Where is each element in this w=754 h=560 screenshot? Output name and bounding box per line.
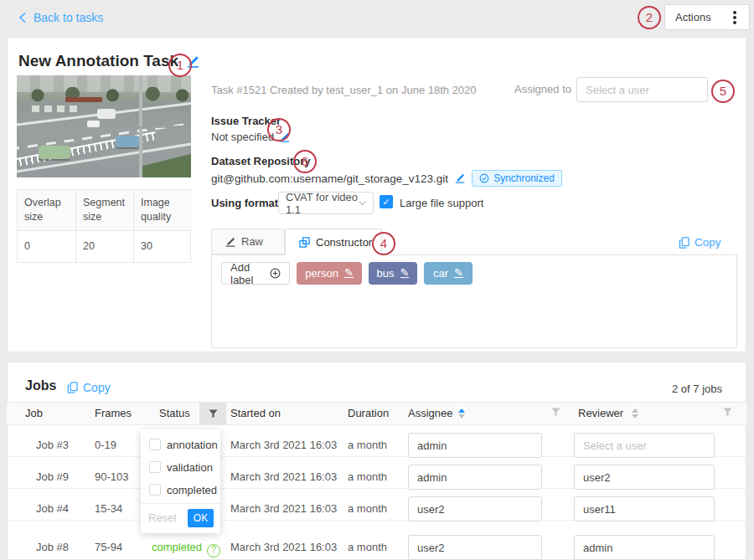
column-started-on[interactable]: Started on (230, 407, 281, 419)
jobs-copy-label: Copy (83, 381, 111, 394)
job-started: March 3rd 2021 16:03 (230, 470, 337, 483)
dropdown-divider (141, 503, 220, 504)
labels-panel (211, 254, 737, 348)
jobs-count: 2 of 7 jobs (628, 383, 722, 395)
preview-parked-cars (32, 105, 82, 112)
filter-checkbox-validation[interactable] (149, 461, 161, 473)
filter-option-completed[interactable]: completed (167, 484, 217, 496)
job-started: March 3rd 2021 16:03 (230, 541, 337, 553)
reviewer-filter-icon[interactable] (723, 408, 732, 417)
assignee-input[interactable] (408, 496, 542, 521)
label-bus-name: bus (377, 267, 395, 280)
filter-checkbox-annotation[interactable] (149, 439, 161, 450)
format-select[interactable]: CVAT for video 1.1 (278, 192, 374, 214)
task-title: New Annotation Task (18, 52, 178, 70)
job-started: March 3rd 2021 16:03 (230, 439, 337, 451)
column-status[interactable]: Status (159, 407, 190, 419)
param-header-overlap: Overlap size (18, 190, 76, 231)
chevron-left-icon (18, 12, 27, 23)
status-filter-dropdown: annotation validation completed Reset OK (141, 429, 220, 533)
label-chip-person[interactable]: person✎ (297, 262, 362, 285)
job-frames: 90-103 (95, 470, 128, 483)
filter-ok-button[interactable]: OK (188, 509, 214, 527)
preview-van-blue (116, 136, 139, 147)
edit-label-icon[interactable]: ✎ (400, 269, 410, 278)
labels-copy-link[interactable]: Copy (679, 236, 721, 249)
question-circle-icon: ? (207, 544, 220, 557)
reviewer-input[interactable] (574, 496, 715, 521)
param-value-quality: 30 (134, 231, 192, 263)
label-chip-car[interactable]: car✎ (424, 262, 473, 285)
assignee-filter-icon[interactable] (551, 408, 560, 417)
tab-raw[interactable]: Raw (211, 229, 285, 254)
assigned-to-input[interactable] (576, 77, 708, 102)
large-file-checkbox[interactable]: ✓ (380, 195, 393, 208)
job-frames: 15-34 (95, 502, 122, 515)
column-job[interactable]: Job (25, 407, 43, 419)
assignee-input[interactable] (408, 465, 542, 490)
job-link[interactable]: Job #9 (36, 470, 69, 483)
vertical-ellipsis-icon (733, 16, 736, 19)
task-params-table: Overlap size Segment size Image quality … (17, 189, 191, 263)
assignee-input[interactable] (408, 433, 542, 458)
issue-tracker-value: Not specified (211, 131, 274, 143)
actions-button[interactable]: Actions (664, 4, 750, 30)
job-duration: a month (348, 439, 387, 451)
tab-constructor[interactable]: Constructor (285, 229, 382, 255)
copy-icon (679, 237, 689, 249)
actions-label: Actions (675, 11, 711, 23)
large-file-label: Large file support (400, 197, 483, 209)
filter-option-annotation[interactable]: annotation (167, 439, 218, 451)
reviewer-input[interactable] (574, 433, 715, 458)
edit-repository-icon[interactable] (455, 173, 465, 183)
task-preview-image (17, 75, 191, 177)
jobs-title: Jobs (25, 378, 56, 393)
add-label-text: Add label (230, 261, 264, 286)
column-assignee[interactable]: Assignee (408, 407, 452, 419)
filter-option-validation[interactable]: validation (167, 461, 213, 474)
check-circle-icon (479, 173, 489, 183)
labels-copy-label: Copy (695, 236, 721, 249)
preview-hedge (140, 152, 191, 177)
filter-funnel-icon (209, 409, 218, 419)
status-filter-button[interactable] (199, 403, 226, 424)
job-frames: 75-94 (95, 541, 122, 553)
annotation-marker-1: 1 (168, 54, 192, 77)
annotation-marker-4: 4 (372, 232, 395, 255)
job-link[interactable]: Job #8 (36, 541, 69, 553)
annotation-marker-5: 5 (711, 80, 735, 103)
job-duration: a month (348, 502, 387, 515)
assignee-input[interactable] (408, 535, 542, 560)
reviewer-sort-icon[interactable] (632, 408, 638, 419)
filter-checkbox-completed[interactable] (149, 484, 161, 496)
column-frames[interactable]: Frames (95, 407, 132, 419)
preview-shops (65, 97, 102, 102)
label-chip-bus[interactable]: bus✎ (369, 262, 417, 285)
filter-reset-button[interactable]: Reset (148, 511, 177, 524)
job-link[interactable]: Job #4 (36, 502, 69, 515)
job-started: March 3rd 2021 16:03 (230, 502, 337, 515)
job-link[interactable]: Job #3 (36, 439, 69, 451)
format-select-value: CVAT for video 1.1 (286, 191, 359, 216)
tab-raw-label: Raw (241, 235, 263, 248)
edit-label-icon[interactable]: ✎ (344, 269, 354, 278)
column-duration[interactable]: Duration (348, 407, 389, 419)
task-meta: Task #1521 Created by test_user_1 on Jun… (211, 84, 477, 96)
back-to-tasks-link[interactable]: Back to tasks (18, 11, 103, 24)
chevron-down-icon (359, 201, 366, 206)
param-value-segment: 20 (76, 231, 134, 263)
edit-label-icon[interactable]: ✎ (454, 269, 463, 278)
dataset-repository-value: git@github.com:username/git_storage_v123… (211, 172, 448, 185)
sync-status-label: Synchronized (493, 172, 555, 184)
job-status-text: completed (152, 541, 202, 553)
job-frames: 0-19 (95, 439, 116, 451)
param-header-segment: Segment size (76, 190, 134, 231)
using-format-label: Using format: (211, 197, 282, 209)
assignee-sort-icon[interactable] (458, 408, 465, 419)
add-label-button[interactable]: Add label (221, 262, 290, 285)
reviewer-input[interactable] (574, 535, 715, 560)
reviewer-input[interactable] (574, 465, 715, 490)
jobs-copy-link[interactable]: Copy (67, 381, 111, 394)
column-reviewer[interactable]: Reviewer (578, 407, 623, 419)
label-car-name: car (433, 267, 448, 280)
